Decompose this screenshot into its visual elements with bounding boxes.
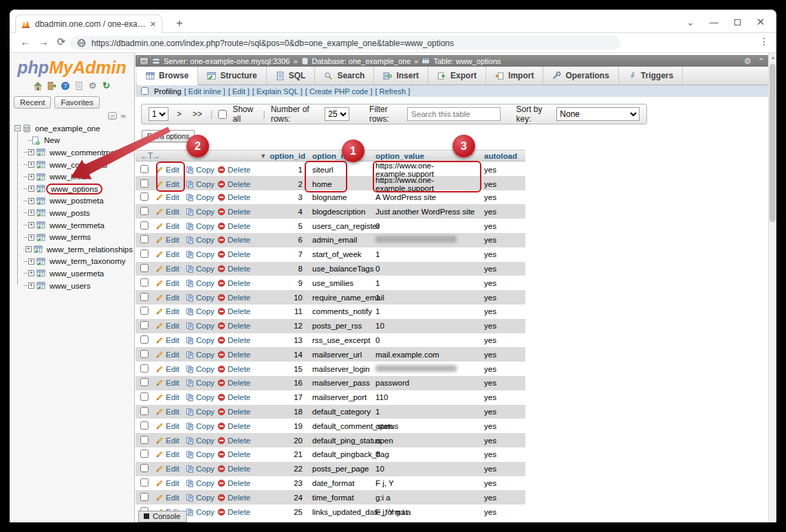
delete-link[interactable]: Delete [217, 479, 257, 487]
delete-link[interactable]: Delete [217, 193, 257, 201]
edit-link[interactable]: Edit [155, 265, 186, 273]
expand-icon[interactable]: + [28, 270, 34, 276]
row-checkbox[interactable] [140, 192, 149, 201]
copy-link[interactable]: Copy [186, 166, 217, 174]
home-icon[interactable] [33, 81, 43, 91]
breadcrumb-database[interactable]: Database: one_example_one [312, 57, 411, 65]
browser-tab[interactable]: dbadmin.one.com / one-exampl ✕ [15, 14, 162, 33]
expand-icon[interactable]: + [28, 174, 34, 180]
delete-link[interactable]: Delete [217, 307, 257, 315]
copy-link[interactable]: Copy [186, 322, 217, 330]
breadcrumb-server[interactable]: Server: one-example-one.mysql:3306 [164, 57, 290, 65]
delete-link[interactable]: Delete [217, 494, 257, 502]
row-checkbox[interactable] [140, 293, 149, 301]
minimize-panel-icon[interactable]: − [140, 57, 149, 65]
tab-browse[interactable]: Browse [137, 67, 198, 85]
sidebar-table-www_comments[interactable]: +www_comments [14, 159, 134, 171]
edit-link[interactable]: Edit [155, 307, 186, 315]
edit-link[interactable]: Edit [155, 193, 186, 201]
edit-link[interactable]: Edit [155, 336, 186, 344]
edit-link[interactable]: Edit [155, 236, 186, 244]
phpmyadmin-logo[interactable]: phpMyAdmin [10, 58, 134, 78]
profiling-link-create-php-code[interactable]: [ Create PHP code ] [305, 87, 373, 96]
profiling-link-refresh[interactable]: [ Refresh ] [375, 87, 410, 96]
edit-link[interactable]: Edit [155, 479, 186, 487]
expand-icon[interactable]: + [28, 222, 34, 228]
docs-icon[interactable] [74, 81, 84, 91]
row-checkbox[interactable] [140, 493, 149, 501]
row-checkbox[interactable] [140, 278, 149, 287]
sidebar-table-www_users[interactable]: +www_users [14, 280, 134, 292]
row-checkbox[interactable] [140, 264, 149, 272]
row-checkbox[interactable] [140, 350, 149, 358]
link-with-main-panel-icon[interactable]: ∞ [121, 112, 126, 120]
delete-link[interactable]: Delete [217, 379, 257, 387]
edit-link[interactable]: Edit [155, 222, 186, 230]
copy-link[interactable]: Copy [186, 508, 217, 516]
copy-link[interactable]: Copy [186, 479, 217, 487]
sidebar-new-table[interactable]: New [14, 135, 134, 147]
sidebar-table-www_usermeta[interactable]: +www_usermeta [14, 267, 134, 280]
expand-icon[interactable]: + [28, 186, 34, 192]
delete-link[interactable]: Delete [217, 265, 257, 273]
page-settings-icon[interactable]: ⚙ [744, 56, 752, 66]
row-checkbox[interactable] [140, 421, 149, 430]
new-tab-button[interactable]: + [172, 16, 187, 32]
edit-link[interactable]: Edit [155, 465, 186, 473]
delete-link[interactable]: Delete [217, 279, 257, 287]
edit-link[interactable]: Edit [155, 450, 186, 458]
sidebar-table-www_term_taxonomy[interactable]: +www_term_taxonomy [14, 256, 134, 268]
copy-link[interactable]: Copy [186, 436, 217, 445]
row-checkbox[interactable] [140, 307, 149, 315]
profiling-link-explain-sql[interactable]: [ Explain SQL ] [252, 87, 303, 96]
sidebar-table-www_commentmeta[interactable]: +www_commentmeta [14, 146, 134, 159]
row-checkbox[interactable] [140, 464, 149, 472]
copy-link[interactable]: Copy [186, 422, 217, 430]
copy-link[interactable]: Copy [186, 365, 217, 373]
delete-link[interactable]: Delete [217, 180, 257, 188]
delete-link[interactable]: Delete [217, 208, 257, 216]
tab-export[interactable]: Export [428, 67, 486, 85]
delete-link[interactable]: Delete [217, 393, 257, 401]
browser-menu-icon[interactable]: ⋮ [759, 36, 769, 47]
row-checkbox[interactable] [140, 221, 149, 230]
delete-link[interactable]: Delete [217, 365, 257, 373]
tab-structure[interactable]: Structure [198, 67, 266, 85]
copy-link[interactable]: Copy [186, 208, 217, 216]
console-button[interactable]: Console [138, 511, 187, 522]
copy-link[interactable]: Copy [186, 379, 217, 387]
sidebar-table-www_posts[interactable]: +www_posts [14, 207, 134, 219]
row-checkbox[interactable] [140, 407, 149, 415]
forward-icon[interactable]: → [36, 36, 51, 47]
settings-icon[interactable]: ⚙ [88, 81, 98, 91]
edit-link[interactable]: Edit [155, 279, 186, 287]
copy-link[interactable]: Copy [186, 465, 217, 473]
copy-link[interactable]: Copy [186, 265, 217, 273]
collapse-icon[interactable]: − [14, 125, 21, 131]
copy-link[interactable]: Copy [186, 408, 217, 416]
window-maximize-icon[interactable] [725, 17, 749, 27]
row-checkbox[interactable] [140, 321, 149, 329]
copy-link[interactable]: Copy [186, 336, 217, 344]
copy-link[interactable]: Copy [186, 450, 217, 458]
edit-link[interactable]: Edit [155, 393, 186, 401]
edit-link[interactable]: Edit [155, 422, 186, 430]
edit-link[interactable]: Edit [155, 494, 186, 502]
delete-link[interactable]: Delete [217, 465, 257, 473]
copy-link[interactable]: Copy [186, 236, 217, 244]
copy-link[interactable]: Copy [186, 307, 217, 315]
delete-link[interactable]: Delete [217, 422, 257, 430]
copy-link[interactable]: Copy [186, 279, 217, 287]
edit-link[interactable]: Edit [155, 322, 186, 330]
row-checkbox[interactable] [140, 478, 149, 487]
column-header-autoload[interactable]: autoload [484, 152, 525, 160]
sidebar-table-www_termmeta[interactable]: +www_termmeta [14, 219, 134, 232]
copy-link[interactable]: Copy [186, 250, 217, 258]
recent-button[interactable]: Recent [14, 96, 51, 109]
expand-icon[interactable]: + [28, 282, 34, 289]
row-checkbox[interactable] [140, 179, 149, 188]
copy-link[interactable]: Copy [186, 193, 217, 201]
edit-link[interactable]: Edit [155, 408, 186, 416]
copy-link[interactable]: Copy [186, 180, 217, 188]
tab-triggers[interactable]: Triggers [619, 67, 683, 85]
